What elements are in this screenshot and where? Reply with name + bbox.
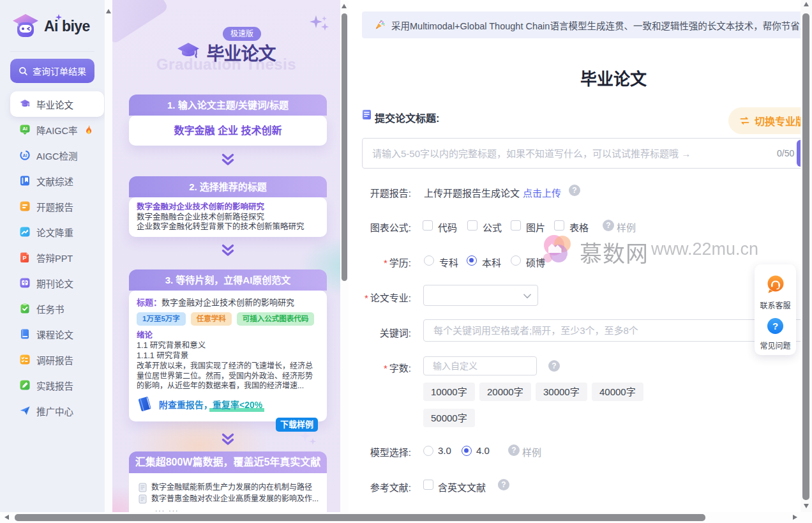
- scroll-up-arrow-icon[interactable]: [804, 2, 809, 6]
- thesis-title-input-wrap: 0/50: [362, 138, 812, 169]
- radio-model-4-selected[interactable]: [462, 446, 472, 456]
- brand-logo[interactable]: Ai biye: [11, 13, 90, 39]
- journal-paper-icon: [19, 277, 31, 289]
- radio-label-junior-college[interactable]: 专科: [439, 255, 458, 269]
- star-icon: [56, 14, 62, 20]
- sidebar-item-literature-review[interactable]: 文献综述: [0, 168, 105, 193]
- download-sample-button[interactable]: 下载样例: [276, 418, 318, 432]
- literature-item: 数字金融赋能新质生产力发展的内在机制与路径: [139, 481, 320, 493]
- wordcount-chip-20000[interactable]: 20000字: [479, 383, 531, 401]
- sample-hint[interactable]: 样例: [617, 220, 636, 234]
- scroll-right-arrow-icon[interactable]: [793, 515, 797, 520]
- graduation-cap-icon: [177, 42, 200, 63]
- tag-any-subject: 任意学科: [191, 312, 232, 326]
- sidebar-item-graduation-thesis[interactable]: 毕业论文: [10, 91, 104, 117]
- sidebar-item-survey-report[interactable]: 调研报告: [0, 347, 105, 372]
- svg-text:P: P: [22, 255, 26, 261]
- sidebar-item-promotion-center[interactable]: 推广中心: [0, 398, 105, 423]
- sidebar-item-reduce-aigc[interactable]: AI 降AIGC率: [0, 117, 105, 142]
- promo-scrollbar[interactable]: [340, 0, 349, 512]
- task-book-icon: [19, 303, 31, 314]
- sidebar-item-journal-paper[interactable]: 期刊论文: [0, 270, 105, 296]
- checkbox-english-references[interactable]: [423, 480, 433, 490]
- practice-report-icon: [19, 379, 31, 391]
- promo-title: 毕业论文: [206, 40, 275, 65]
- sidebar-item-paper-dedup[interactable]: 论文降重: [0, 219, 105, 245]
- checkbox-label-formula[interactable]: 公式: [483, 220, 502, 234]
- main-scrollbar[interactable]: [801, 0, 812, 512]
- scroll-up-arrow-icon[interactable]: [342, 4, 347, 8]
- sidebar-item-aigc-detect[interactable]: AI AIGC检测: [0, 142, 105, 168]
- scroll-down-arrow-icon[interactable]: [804, 504, 809, 508]
- checkbox-label-image[interactable]: 图片: [526, 220, 545, 234]
- step1-header: 1. 输入论文主题/关键词/标题: [129, 95, 327, 116]
- sidebar-menu: 毕业论文 AI 降AIGC率 AI AIGC检测 文献综述 开题报告 论文降: [0, 91, 105, 423]
- recommended-title[interactable]: 数字金融融合企业技术创新路径探究: [137, 213, 319, 223]
- checkbox-formula[interactable]: [467, 220, 477, 231]
- survey-report-icon: [19, 354, 31, 365]
- scrollbar-thumb[interactable]: [802, 13, 809, 500]
- recommended-title[interactable]: 企业数字金融化转型背景下的技术创新策略研究: [137, 222, 319, 232]
- help-icon[interactable]: [548, 360, 560, 372]
- tag-formula-chart-code: 可插入公式图表代码: [237, 312, 315, 326]
- custom-wordcount-input[interactable]: [423, 356, 537, 375]
- sample-hint[interactable]: 样例: [522, 445, 541, 459]
- help-icon[interactable]: [603, 220, 614, 231]
- brand-name: Ai biye: [44, 18, 90, 35]
- sidebar-scrollbar[interactable]: [105, 0, 112, 512]
- help-icon[interactable]: [498, 479, 509, 490]
- promo-panel: 极速版 Graduation Thesis 毕业论文 1. 输入论文主题/关键词…: [112, 0, 340, 512]
- radio-model-3[interactable]: [423, 446, 433, 456]
- checkbox-label-code[interactable]: 代码: [438, 220, 457, 234]
- wordcount-chip-10000[interactable]: 10000字: [423, 383, 475, 401]
- field-label-references: 参考文献:: [349, 480, 411, 494]
- watermark-url: www.22mu.cn: [651, 239, 758, 259]
- scroll-up-arrow-icon[interactable]: [106, 9, 111, 13]
- wordcount-chip-50000[interactable]: 50000字: [423, 409, 475, 427]
- sidebar-item-course-paper[interactable]: 课程论文: [0, 321, 105, 347]
- document-icon: [139, 483, 147, 492]
- radio-label-model-3[interactable]: 3.0: [438, 445, 451, 456]
- document-icon: [362, 109, 372, 120]
- recommended-title[interactable]: 数字金融对企业技术创新的影响研究: [137, 202, 319, 213]
- party-popper-icon: [374, 19, 386, 31]
- submit-title-label: 提交论文标题:: [375, 110, 439, 125]
- scroll-left-arrow-icon[interactable]: [4, 515, 9, 520]
- watermark-name: 慕数网: [580, 236, 649, 268]
- major-select[interactable]: [423, 285, 538, 306]
- radio-label-bachelor[interactable]: 本科: [482, 255, 501, 269]
- radio-label-model-4[interactable]: 4.0: [476, 445, 490, 456]
- field-label-model: 模型选择:: [349, 445, 411, 459]
- wordcount-chip-40000[interactable]: 40000字: [592, 383, 643, 401]
- faq-button[interactable]: ? 常见问题: [755, 317, 796, 351]
- scrollbar-thumb[interactable]: [15, 514, 705, 521]
- contact-service-button[interactable]: 联系客服: [755, 275, 796, 310]
- fire-icon: [84, 125, 94, 135]
- checkbox-table[interactable]: [554, 220, 564, 231]
- scrollbar-thumb[interactable]: [342, 13, 347, 281]
- sidebar-item-defense-ppt[interactable]: P 答辩PPT: [0, 245, 105, 270]
- sample-excerpt: 改革开放以来，我国实现了经济的飞速增长，经济总量位居世界第二位。然而，受国内外政…: [137, 361, 319, 391]
- radio-bachelor-selected[interactable]: [467, 255, 477, 266]
- sidebar-item-task-book[interactable]: 任务书: [0, 296, 105, 321]
- radio-junior-college[interactable]: [424, 255, 434, 266]
- checkbox-label-table[interactable]: 表格: [569, 220, 589, 234]
- switch-pro-version-button[interactable]: 切换专业版: [728, 107, 812, 134]
- checkbox-image[interactable]: [511, 220, 521, 231]
- help-icon[interactable]: [508, 444, 520, 456]
- help-icon[interactable]: [569, 185, 580, 196]
- sidebar-item-proposal-report[interactable]: 开题报告: [0, 193, 105, 219]
- horizontal-scrollbar[interactable]: [0, 512, 812, 523]
- checkbox-label-english-references[interactable]: 含英文文献: [438, 480, 486, 494]
- sidebar-item-practice-report[interactable]: 实践报告: [0, 372, 105, 398]
- thesis-title-input[interactable]: [363, 139, 771, 168]
- keywords-input[interactable]: [423, 319, 812, 342]
- checkbox-code[interactable]: [423, 220, 433, 231]
- upload-link[interactable]: 点击上传: [523, 186, 561, 199]
- wordcount-chip-30000[interactable]: 30000字: [536, 383, 587, 401]
- query-order-results-button[interactable]: 查询订单结果: [10, 59, 94, 83]
- sidebar: Ai biye 查询订单结果 毕业论文 AI 降AIGC率 AI AIGC检测: [0, 0, 105, 512]
- proposal-hint-text: 上传开题报告生成论文: [424, 186, 520, 199]
- promotion-center-icon: [19, 405, 31, 416]
- radio-master-phd[interactable]: [511, 255, 521, 266]
